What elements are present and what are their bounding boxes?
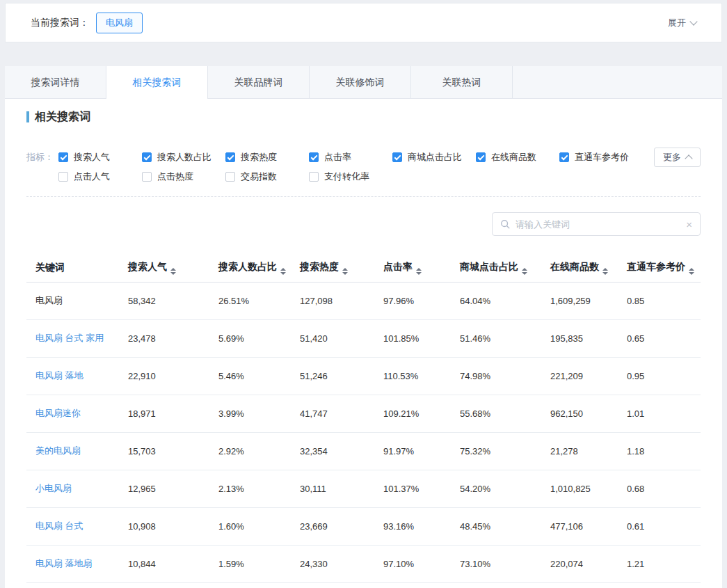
keyword-cell[interactable]: 美的电风扇 (26, 432, 119, 470)
content-area: 相关搜索词 指标： 搜索人气搜索人数占比搜索热度点击率商城点击占比在线商品数直通… (5, 99, 722, 583)
value-cell: 0.65 (618, 319, 701, 357)
keyword-cell[interactable]: 电风扇 台式 家用 (26, 319, 119, 357)
value-cell: 0.95 (618, 357, 701, 395)
more-button-label: 更多 (663, 151, 681, 164)
keyword-cell[interactable]: 电风扇 落地扇 (26, 545, 119, 582)
keyword-cell[interactable]: 小电风扇 (26, 470, 119, 507)
value-cell: 93.16% (374, 507, 451, 545)
value-cell: 195,835 (541, 319, 618, 357)
metric-label: 在线商品数 (491, 151, 536, 164)
value-cell: 64.04% (451, 282, 541, 319)
metric-checkbox-search-popularity[interactable]: 搜索人气 (58, 152, 142, 163)
column-header-click-rate[interactable]: 点击率 (374, 254, 451, 282)
related-keywords-table: 关键词搜索人气搜索人数占比搜索热度点击率商城点击占比在线商品数直通车参考价 电风… (26, 254, 701, 583)
section-title-text: 相关搜索词 (35, 110, 90, 125)
checkbox-unchecked-icon[interactable] (58, 172, 68, 182)
column-header-searcher-share[interactable]: 搜索人数占比 (209, 254, 291, 282)
metric-label: 直通车参考价 (575, 151, 629, 164)
column-header-keyword: 关键词 (26, 254, 119, 282)
sort-icon[interactable] (602, 268, 608, 275)
value-cell: 51.46% (451, 319, 541, 357)
metric-checkbox-payment-conversion-rate[interactable]: 支付转化率 (309, 171, 392, 182)
sort-icon[interactable] (522, 268, 527, 275)
metric-checkbox-transaction-index[interactable]: 交易指数 (225, 171, 309, 182)
checkbox-checked-icon[interactable] (309, 152, 319, 162)
keyword-cell[interactable]: 电风扇迷你 (26, 395, 119, 432)
value-cell: 2.92% (209, 432, 291, 470)
keyword-cell[interactable]: 电风扇 落地 (26, 357, 119, 395)
table-row: 电风扇迷你18,9713.99%41,747109.21%55.68%962,1… (26, 395, 701, 432)
table-header-row: 关键词搜索人气搜索人数占比搜索热度点击率商城点击占比在线商品数直通车参考价 (26, 254, 701, 282)
section-title: 相关搜索词 (26, 110, 701, 124)
metric-checkbox-ztc-reference-price[interactable]: 直通车参考价 (559, 152, 643, 163)
keyword-search-input[interactable] (516, 219, 680, 230)
sort-icon[interactable] (342, 268, 348, 275)
tab-related-search-terms[interactable]: 相关搜索词 (106, 66, 208, 98)
tab-related-brand-terms[interactable]: 关联品牌词 (208, 66, 310, 98)
tab-related-hot-terms[interactable]: 关联热词 (411, 66, 513, 98)
keyword-cell[interactable]: 电风扇 台式 (26, 507, 119, 545)
value-cell: 24,330 (291, 545, 374, 582)
sort-icon[interactable] (689, 268, 694, 275)
value-cell: 110.53% (374, 357, 451, 395)
sort-icon[interactable] (170, 268, 176, 275)
value-cell: 58,342 (119, 282, 209, 319)
checkbox-unchecked-icon[interactable] (225, 172, 235, 182)
value-cell: 962,150 (541, 395, 618, 432)
value-cell: 54.20% (451, 470, 541, 507)
value-cell: 0.85 (618, 282, 701, 319)
column-label: 搜索人气 (128, 261, 167, 272)
value-cell: 23,669 (291, 507, 374, 545)
value-cell: 12,965 (119, 470, 209, 507)
value-cell: 23,478 (119, 319, 209, 357)
metric-label: 点击热度 (157, 170, 193, 183)
checkbox-checked-icon[interactable] (392, 152, 402, 162)
metrics-filter-label: 指标： (26, 152, 58, 182)
chevron-down-icon (689, 17, 697, 25)
metric-checkbox-click-rate[interactable]: 点击率 (309, 152, 392, 163)
value-cell: 220,074 (541, 545, 618, 582)
value-cell: 101.85% (374, 319, 451, 357)
checkbox-checked-icon[interactable] (476, 152, 486, 162)
expand-toggle[interactable]: 展开 (668, 17, 696, 29)
checkbox-checked-icon[interactable] (559, 152, 569, 162)
chevron-up-icon (685, 154, 692, 162)
checkbox-unchecked-icon[interactable] (142, 172, 152, 182)
more-button[interactable]: 更多 (654, 148, 701, 167)
sort-icon[interactable] (280, 268, 286, 275)
metric-checkbox-click-popularity[interactable]: 点击人气 (58, 171, 142, 182)
value-cell: 51,420 (291, 319, 374, 357)
metrics-grid: 搜索人气搜索人数占比搜索热度点击率商城点击占比在线商品数直通车参考价点击人气点击… (58, 152, 701, 182)
value-cell: 30,111 (291, 470, 374, 507)
sort-icon[interactable] (416, 268, 422, 275)
checkbox-checked-icon[interactable] (58, 152, 68, 162)
column-header-ztc-reference-price[interactable]: 直通车参考价 (618, 254, 701, 282)
value-cell: 48.45% (451, 507, 541, 545)
metric-label: 搜索人气 (74, 151, 110, 164)
column-header-mall-click-share[interactable]: 商城点击占比 (451, 254, 541, 282)
checkbox-unchecked-icon[interactable] (309, 172, 319, 182)
column-header-search-popularity[interactable]: 搜索人气 (119, 254, 209, 282)
search-term-tag[interactable]: 电风扇 (96, 13, 143, 33)
value-cell: 2.13% (209, 470, 291, 507)
metric-checkbox-mall-click-share[interactable]: 商城点击占比 (392, 152, 476, 163)
value-cell: 41,747 (291, 395, 374, 432)
metric-checkbox-online-products[interactable]: 在线商品数 (476, 152, 559, 163)
column-header-search-heat[interactable]: 搜索热度 (291, 254, 374, 282)
value-cell: 0.68 (618, 470, 701, 507)
metric-checkbox-search-heat[interactable]: 搜索热度 (225, 152, 309, 163)
checkbox-checked-icon[interactable] (225, 152, 235, 162)
clear-icon[interactable]: × (686, 219, 692, 230)
metric-checkbox-click-heat[interactable]: 点击热度 (142, 171, 225, 182)
column-label: 搜索人数占比 (218, 261, 277, 272)
metric-label: 搜索人数占比 (157, 151, 211, 164)
tab-related-modifier-terms[interactable]: 关联修饰词 (310, 66, 411, 98)
value-cell: 1.59% (209, 545, 291, 582)
checkbox-checked-icon[interactable] (142, 152, 152, 162)
metric-label: 交易指数 (241, 170, 277, 183)
column-header-online-products[interactable]: 在线商品数 (541, 254, 618, 282)
value-cell: 55.68% (451, 395, 541, 432)
metric-checkbox-searcher-share[interactable]: 搜索人数占比 (142, 152, 225, 163)
value-cell: 26.51% (209, 282, 291, 319)
tab-search-term-detail[interactable]: 搜索词详情 (5, 66, 106, 98)
